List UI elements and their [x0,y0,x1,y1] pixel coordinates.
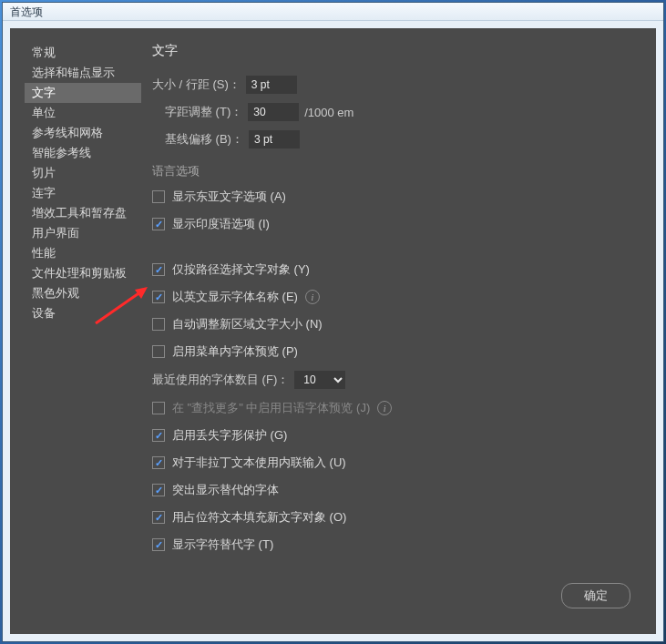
info-icon[interactable]: i [377,401,392,415]
highlight-alt-label: 突出显示替代的字体 [172,482,279,498]
content-panel: 文字 大小 / 行距 (S)： 字距调整 (T)： /1000 em 基线偏移 … [141,43,641,619]
info-icon[interactable]: i [305,290,320,304]
tracking-input[interactable] [248,103,299,121]
path-select-checkbox[interactable] [152,263,165,276]
title-bar: 首选项 [3,3,663,21]
panel-title: 文字 [152,43,641,59]
inline-input-label: 对于非拉丁文本使用内联输入 (U) [172,455,346,471]
tracking-suffix: /1000 em [304,106,353,119]
window-title: 首选项 [10,5,43,18]
indic-label: 显示印度语选项 (I) [172,216,270,232]
sidebar: 常规 选择和锚点显示 文字 单位 参考线和网格 智能参考线 切片 连字 增效工具… [25,43,141,619]
inline-input-row: 对于非拉丁文本使用内联输入 (U) [152,455,641,471]
auto-size-row: 自动调整新区域文字大小 (N) [152,316,641,332]
tracking-row: 字距调整 (T)： /1000 em [152,103,641,121]
missing-glyph-label: 启用丢失字形保护 (G) [172,427,287,444]
placeholder-fill-label: 用占位符文本填充新文字对象 (O) [172,509,346,526]
placeholder-fill-row: 用占位符文本填充新文字对象 (O) [152,509,641,526]
sidebar-item-ui[interactable]: 用户界面 [25,223,141,243]
sidebar-item-units[interactable]: 单位 [25,103,141,123]
baseline-row: 基线偏移 (B)： [152,130,641,148]
jp-preview-checkbox[interactable] [152,402,165,414]
sidebar-item-hyphenation[interactable]: 连字 [25,183,141,203]
sidebar-item-file-handling[interactable]: 文件处理和剪贴板 [25,263,141,283]
highlight-alt-row: 突出显示替代的字体 [152,482,641,498]
english-font-label: 以英文显示字体名称 (E) [172,289,298,305]
size-leading-input[interactable] [246,76,297,94]
ok-button[interactable]: 确定 [561,583,630,608]
sidebar-item-type[interactable]: 文字 [25,83,141,103]
east-asian-row: 显示东亚文字选项 (A) [152,189,641,205]
size-leading-label: 大小 / 行距 (S)： [152,77,241,93]
missing-glyph-row: 启用丢失字形保护 (G) [152,427,641,444]
sidebar-item-plugins[interactable]: 增效工具和暂存盘 [25,203,141,223]
sidebar-item-selection[interactable]: 选择和锚点显示 [25,63,141,83]
sidebar-item-devices[interactable]: 设备 [25,303,141,323]
baseline-input[interactable] [249,130,300,148]
indic-checkbox[interactable] [152,218,165,230]
tracking-label: 字距调整 (T)： [165,104,242,120]
show-alt-glyph-row: 显示字符替代字 (T) [152,537,641,553]
english-font-checkbox[interactable] [152,291,165,303]
button-bar: 确定 [561,583,630,608]
placeholder-fill-checkbox[interactable] [152,511,165,524]
indic-row: 显示印度语选项 (I) [152,216,641,232]
jp-preview-row: 在 "查找更多" 中启用日语字体预览 (J) i [152,400,641,416]
menu-preview-row: 启用菜单内字体预览 (P) [152,343,641,360]
path-select-row: 仅按路径选择文字对象 (Y) [152,261,641,278]
dialog-body: 常规 选择和锚点显示 文字 单位 参考线和网格 智能参考线 切片 连字 增效工具… [10,28,656,634]
preferences-window: 首选项 常规 选择和锚点显示 文字 单位 参考线和网格 智能参考线 切片 连字 … [2,2,664,642]
east-asian-label: 显示东亚文字选项 (A) [172,189,286,205]
highlight-alt-checkbox[interactable] [152,484,165,496]
east-asian-checkbox[interactable] [152,190,165,203]
auto-size-checkbox[interactable] [152,318,165,331]
missing-glyph-checkbox[interactable] [152,429,165,442]
recent-fonts-select[interactable]: 10 [294,371,345,389]
sidebar-item-smart-guides[interactable]: 智能参考线 [25,143,141,163]
english-font-row: 以英文显示字体名称 (E) i [152,289,641,305]
auto-size-label: 自动调整新区域文字大小 (N) [172,316,323,332]
size-leading-row: 大小 / 行距 (S)： [152,76,641,94]
sidebar-item-general[interactable]: 常规 [25,43,141,63]
jp-preview-label: 在 "查找更多" 中启用日语字体预览 (J) [172,400,370,416]
baseline-label: 基线偏移 (B)： [165,131,243,148]
recent-fonts-row: 最近使用的字体数目 (F)： 10 [152,371,641,389]
show-alt-glyph-label: 显示字符替代字 (T) [172,537,273,553]
menu-preview-label: 启用菜单内字体预览 (P) [172,343,298,360]
sidebar-item-slices[interactable]: 切片 [25,163,141,183]
path-select-label: 仅按路径选择文字对象 (Y) [172,261,310,278]
sidebar-item-guides[interactable]: 参考线和网格 [25,123,141,143]
language-section-title: 语言选项 [152,163,641,179]
show-alt-glyph-checkbox[interactable] [152,538,165,551]
inline-input-checkbox[interactable] [152,456,165,469]
menu-preview-checkbox[interactable] [152,345,165,358]
sidebar-item-black-appearance[interactable]: 黑色外观 [25,283,141,303]
sidebar-item-performance[interactable]: 性能 [25,243,141,263]
recent-fonts-label: 最近使用的字体数目 (F)： [152,372,289,388]
